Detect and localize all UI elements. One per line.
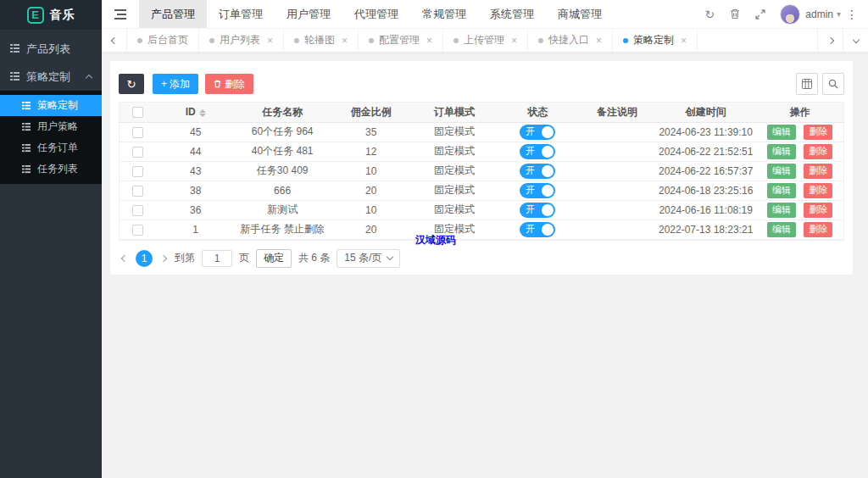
cell-remark xyxy=(579,220,655,239)
avatar[interactable] xyxy=(780,4,800,25)
cell-id: 45 xyxy=(156,122,236,142)
username[interactable]: admin xyxy=(805,8,833,20)
status-toggle[interactable]: 开 xyxy=(520,164,555,179)
sidebar-subitem-label: 任务订单 xyxy=(37,141,78,155)
logo-title: 音乐 xyxy=(50,8,75,23)
edit-button[interactable]: 编辑 xyxy=(767,222,796,237)
add-button[interactable]: +添加 xyxy=(153,74,198,94)
edit-button[interactable]: 编辑 xyxy=(767,164,796,179)
page-size-select[interactable]: 15 条/页 xyxy=(337,249,400,268)
status-toggle[interactable]: 开 xyxy=(520,222,555,237)
cell-task-name: 40个任务 481 xyxy=(236,142,330,161)
status-toggle[interactable]: 开 xyxy=(520,203,555,218)
row-checkbox[interactable] xyxy=(132,166,143,177)
tabs-scroll-left-button[interactable] xyxy=(102,29,127,52)
status-toggle[interactable]: 开 xyxy=(520,183,555,198)
sidebar-subitem[interactable]: 任务订单 xyxy=(0,137,102,158)
close-icon[interactable]: × xyxy=(426,35,432,47)
next-page-button[interactable] xyxy=(159,256,168,261)
workspace-tab[interactable]: 上传管理 × xyxy=(443,29,528,52)
toggle-knob xyxy=(542,185,554,197)
row-delete-button[interactable]: 删除 xyxy=(804,222,832,237)
prev-page-button[interactable] xyxy=(120,256,129,261)
chevron-down-icon[interactable]: ▾ xyxy=(837,9,841,19)
row-checkbox[interactable] xyxy=(132,127,143,138)
list-icon xyxy=(22,165,31,174)
trash-icon[interactable] xyxy=(722,0,748,29)
refresh-icon[interactable]: ↻ xyxy=(697,0,722,29)
chevron-down-icon xyxy=(387,253,393,259)
search-icon xyxy=(828,79,838,89)
workspace-tab[interactable]: 配置管理 × xyxy=(359,29,443,52)
top-nav-tab[interactable]: 订单管理 xyxy=(207,0,275,28)
fullscreen-icon[interactable] xyxy=(748,0,773,29)
goto-confirm-button[interactable]: 确定 xyxy=(256,249,292,268)
top-nav-tab-label: 商城管理 xyxy=(558,7,602,22)
cell-remark xyxy=(579,142,655,161)
more-options-icon[interactable]: ⋮ xyxy=(843,8,861,21)
row-delete-button[interactable]: 删除 xyxy=(804,183,832,198)
sidebar-subitem-label: 用户策略 xyxy=(37,119,78,134)
tab-status-dot xyxy=(209,38,214,43)
top-nav-tab[interactable]: 产品管理 xyxy=(139,0,207,28)
top-nav-tab[interactable]: 代理管理 xyxy=(342,0,410,28)
close-icon[interactable]: × xyxy=(267,35,273,47)
row-checkbox[interactable] xyxy=(132,225,143,236)
edit-button[interactable]: 编辑 xyxy=(767,125,796,140)
edit-button[interactable]: 编辑 xyxy=(767,144,796,159)
edit-button[interactable]: 编辑 xyxy=(767,203,796,218)
row-checkbox[interactable] xyxy=(132,205,143,216)
top-nav-tab[interactable]: 用户管理 xyxy=(275,0,342,28)
workspace-tab-label: 快捷入口 xyxy=(548,33,589,47)
toggle-knob xyxy=(542,165,554,177)
sidebar-item[interactable]: 策略定制 xyxy=(0,63,102,91)
close-icon[interactable]: × xyxy=(511,35,517,47)
select-all-checkbox[interactable] xyxy=(132,107,143,118)
sidebar-subitem[interactable]: 策略定制 xyxy=(0,95,102,116)
row-delete-button[interactable]: 删除 xyxy=(804,125,832,140)
refresh-button[interactable]: ↻ xyxy=(119,74,144,94)
cell-created-time: 2024-06-23 11:39:10 xyxy=(655,122,757,142)
workspace-tab[interactable]: 用户列表 × xyxy=(199,29,284,52)
workspace-tab[interactable]: 后台首页 xyxy=(127,29,199,52)
workspace-tab[interactable]: 快捷入口 × xyxy=(528,29,613,52)
sidebar-item[interactable]: 产品列表 xyxy=(0,35,102,63)
delete-button[interactable]: 删除 xyxy=(205,74,253,94)
table-row: 43 任务30 409 10 固定模式 开 xyxy=(120,161,843,181)
col-header-id[interactable]: ID xyxy=(156,103,236,122)
close-icon[interactable]: × xyxy=(596,35,602,47)
tabs-menu-button[interactable] xyxy=(843,29,868,52)
sidebar-subitem[interactable]: 任务列表 xyxy=(0,158,102,180)
goto-page-input[interactable] xyxy=(202,250,232,267)
cell-order-mode: 固定模式 xyxy=(413,161,496,181)
row-delete-button[interactable]: 删除 xyxy=(804,203,832,218)
collapse-menu-icon[interactable] xyxy=(102,0,139,28)
current-page-button[interactable]: 1 xyxy=(136,250,153,267)
top-nav-tab-label: 产品管理 xyxy=(151,7,195,22)
row-delete-button[interactable]: 删除 xyxy=(804,144,832,159)
sidebar-subitem[interactable]: 用户策略 xyxy=(0,116,102,137)
workspace-tab[interactable]: 策略定制 × xyxy=(613,29,698,52)
row-checkbox[interactable] xyxy=(132,147,143,158)
row-delete-button[interactable]: 删除 xyxy=(804,164,832,179)
cell-order-mode: 固定模式 xyxy=(413,200,496,220)
top-nav-tab-label: 代理管理 xyxy=(354,7,398,22)
top-nav-tab[interactable]: 系统管理 xyxy=(478,0,546,28)
top-nav-tab[interactable]: 商城管理 xyxy=(546,0,614,28)
col-header-mode: 订单模式 xyxy=(413,103,496,122)
workspace-tab[interactable]: 轮播图 × xyxy=(284,29,359,52)
close-icon[interactable]: × xyxy=(342,35,348,47)
status-toggle[interactable]: 开 xyxy=(520,125,555,140)
content-card: ↻ +添加 删除 xyxy=(110,61,853,275)
cell-remark xyxy=(579,200,655,220)
top-nav-tab[interactable]: 常规管理 xyxy=(410,0,478,28)
sort-icon[interactable] xyxy=(199,109,206,117)
close-icon[interactable]: × xyxy=(681,35,687,47)
status-toggle[interactable]: 开 xyxy=(520,144,555,159)
filter-columns-button[interactable] xyxy=(796,73,818,95)
tab-status-dot xyxy=(453,38,459,43)
row-checkbox[interactable] xyxy=(132,186,143,197)
search-button[interactable] xyxy=(822,73,844,95)
edit-button[interactable]: 编辑 xyxy=(767,183,796,198)
tabs-scroll-right-button[interactable] xyxy=(817,29,843,52)
